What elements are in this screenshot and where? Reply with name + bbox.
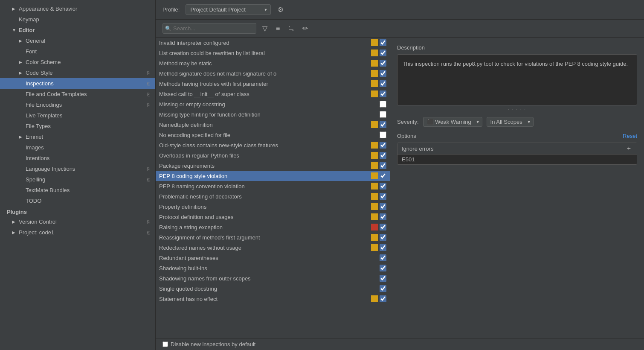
inspection-row[interactable]: Statement has no effect (156, 294, 390, 304)
sidebar-item-intentions[interactable]: Intentions (0, 153, 155, 163)
inspection-row[interactable]: Overloads in regular Python files (156, 150, 390, 160)
inspection-checkbox[interactable] (380, 275, 386, 282)
inspection-checkbox[interactable] (380, 142, 386, 149)
sidebar-item-version-control[interactable]: ▶Version Control⎘ (0, 216, 155, 227)
inspection-checkbox[interactable] (380, 111, 386, 118)
inspection-row[interactable]: PEP 8 coding style violation (156, 171, 390, 181)
inspection-checkbox[interactable] (380, 224, 386, 230)
inspection-row[interactable]: Method signature does not match signatur… (156, 68, 390, 79)
inspection-row[interactable]: Namedtuple definition (156, 120, 390, 130)
severity-indicator (371, 244, 378, 251)
options-section: Options Reset Ignore errors + E501 (397, 133, 637, 331)
inspection-checkbox[interactable] (380, 285, 386, 292)
inspection-row[interactable]: Protocol definition and usages (156, 212, 390, 222)
inspection-checkbox[interactable] (380, 80, 386, 87)
expand-button[interactable]: ≡ (273, 23, 282, 34)
inspection-row[interactable]: Missing or empty docstring (156, 99, 390, 109)
inspection-checkbox[interactable] (380, 60, 386, 67)
inspection-checkbox[interactable] (380, 50, 386, 56)
inspection-name: Problematic nesting of decorators (159, 193, 371, 200)
inspection-row[interactable]: Redeclared names without usage (156, 242, 390, 253)
inspection-checkbox[interactable] (380, 203, 386, 210)
inspection-checkbox[interactable] (380, 152, 386, 159)
inspection-checkbox[interactable] (380, 193, 386, 200)
sidebar-item-textmate-bundles[interactable]: TextMate Bundles (0, 185, 155, 195)
arrow-icon: ▶ (19, 70, 23, 75)
inspection-row[interactable]: Single quoted docstring (156, 283, 390, 294)
inspection-checkbox[interactable] (380, 254, 386, 261)
sidebar-item-spelling[interactable]: Spelling⎘ (0, 174, 155, 185)
inspections-list: Invalid interpreter configuredList creat… (156, 38, 390, 338)
inspection-row[interactable]: Shadowing names from outer scopes (156, 273, 390, 283)
sidebar-item-appearance---behavior[interactable]: ▶Appearance & Behavior (0, 3, 155, 14)
sidebar-item-todo[interactable]: TODO (0, 195, 155, 206)
sidebar-item-file-encodings[interactable]: File Encodings⎘ (0, 99, 155, 110)
inspection-row[interactable]: Method may be static (156, 58, 390, 68)
inspection-row[interactable]: Invalid interpreter configured (156, 38, 390, 48)
inspection-checkbox[interactable] (380, 295, 386, 302)
sidebar-item-language-injections[interactable]: Language Injections⎘ (0, 163, 155, 174)
inspection-row[interactable]: Package requirements (156, 160, 390, 171)
severity-select[interactable]: ⬛ Weak Warning (423, 117, 482, 127)
inspection-checkbox[interactable] (380, 234, 386, 241)
gear-button[interactable]: ⚙ (275, 5, 286, 15)
clear-button[interactable]: ✏ (300, 23, 310, 34)
sidebar-item-code-style[interactable]: ▶Code Style⎘ (0, 67, 155, 78)
inspection-row[interactable]: Old-style class contains new-style class… (156, 140, 390, 150)
add-button[interactable]: + (625, 145, 632, 152)
sidebar-item-emmet[interactable]: ▶Emmet (0, 131, 155, 142)
inspection-checkbox[interactable] (380, 244, 386, 251)
disable-inspections-checkbox[interactable] (162, 341, 168, 347)
inspection-row[interactable]: Missing type hinting for function defini… (156, 109, 390, 120)
inspection-checkbox[interactable] (380, 121, 386, 128)
profile-select[interactable]: Project Default Project (186, 4, 271, 15)
inspection-row[interactable]: Missed call to __init__ of super class (156, 89, 390, 99)
sidebar-item-editor[interactable]: ▼Editor (0, 25, 155, 35)
inspection-checkbox[interactable] (380, 172, 386, 179)
inspection-checkbox[interactable] (380, 70, 386, 77)
collapse-button[interactable]: ≒ (286, 23, 296, 34)
inspection-row[interactable]: Problematic nesting of decorators (156, 191, 390, 201)
inspection-row[interactable]: Property definitions (156, 201, 390, 212)
inspection-checkbox[interactable] (380, 213, 386, 220)
sidebar-item-file-and-code-templates[interactable]: File and Code Templates⎘ (0, 89, 155, 99)
sidebar-item-label: Version Control (19, 219, 57, 225)
inspection-row[interactable]: Redundant parentheses (156, 253, 390, 263)
sidebar-item-label: Keymap (19, 16, 39, 23)
sidebar-item-font[interactable]: Font (0, 46, 155, 57)
inspection-row[interactable]: Reassignment of method's first argument (156, 232, 390, 242)
inspection-row[interactable]: Methods having troubles with first param… (156, 79, 390, 89)
inspection-row[interactable]: Raising a string exception (156, 222, 390, 232)
inspection-row[interactable]: Shadowing built-ins (156, 263, 390, 273)
sidebar-item-project--code1[interactable]: ▶Project: code1⎘ (0, 227, 155, 238)
sidebar-item-general[interactable]: ▶General (0, 35, 155, 46)
filter-button[interactable]: ▽ (260, 23, 270, 34)
inspection-checkbox[interactable] (380, 101, 386, 108)
inspection-checkbox[interactable] (380, 162, 386, 169)
inspection-row[interactable]: PEP 8 naming convention violation (156, 181, 390, 191)
sidebar-item-keymap[interactable]: Keymap (0, 14, 155, 25)
arrow-icon: ▶ (12, 6, 16, 11)
inspection-checkbox[interactable] (380, 39, 386, 46)
arrow-icon: ▶ (19, 60, 23, 64)
inspection-checkbox[interactable] (380, 131, 386, 138)
search-input[interactable] (162, 23, 256, 34)
sidebar-item-inspections[interactable]: Inspections⎘ (0, 78, 155, 89)
inspection-row[interactable]: List creation could be rewritten by list… (156, 48, 390, 58)
sidebar-item-images[interactable]: Images (0, 142, 155, 153)
severity-indicator (371, 193, 378, 200)
inspection-name: Missing or empty docstring (159, 101, 371, 108)
reset-link[interactable]: Reset (623, 133, 637, 139)
sidebar-item-file-types[interactable]: File Types (0, 121, 155, 131)
sidebar-item-live-templates[interactable]: Live Templates (0, 110, 155, 121)
inspection-row[interactable]: No encoding specified for file (156, 130, 390, 140)
profile-dropdown-wrap[interactable]: Project Default Project (186, 4, 271, 15)
scope-select[interactable]: In All Scopes (487, 117, 534, 127)
inspection-checkbox[interactable] (380, 183, 386, 190)
scope-select-wrap[interactable]: In All Scopes (487, 117, 534, 127)
inspection-checkbox[interactable] (380, 265, 386, 271)
inspection-checkbox[interactable] (380, 90, 386, 97)
sidebar-item-color-scheme[interactable]: ▶Color Scheme (0, 57, 155, 67)
severity-select-wrap[interactable]: ⬛ Weak Warning (423, 117, 482, 127)
inspection-name: Reassignment of method's first argument (159, 234, 371, 241)
